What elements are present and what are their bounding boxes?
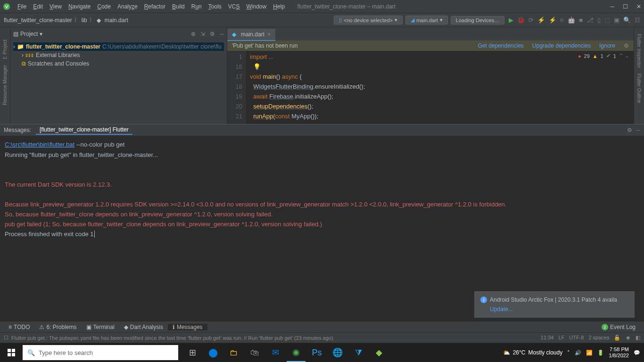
menu-refactor[interactable]: Refactor	[141, 3, 169, 10]
device-selector[interactable]: ▯<no device selected>▾	[334, 16, 403, 25]
indent[interactable]: 2 spaces	[588, 335, 609, 341]
start-button[interactable]	[0, 349, 23, 356]
update-link[interactable]: Update...	[490, 306, 513, 313]
right-tool-strip: Flutter Inspector Flutter Outline	[634, 27, 644, 124]
tab-messages[interactable]: ℹ Messages	[168, 324, 207, 330]
android-studio-taskbar-icon[interactable]: ◉	[287, 343, 305, 362]
hide-icon[interactable]: ─	[636, 127, 640, 133]
task-view-icon[interactable]: ⊞	[183, 343, 202, 362]
hot-reload-icon[interactable]: ⚡	[549, 16, 556, 24]
tab-todo[interactable]: ≡ TODO	[4, 324, 34, 330]
tab-terminal[interactable]: ▣ Terminal	[82, 324, 119, 330]
explorer-icon[interactable]: 🗀	[224, 343, 243, 362]
widget-icon[interactable]: ◧	[636, 335, 640, 341]
sdk-icon[interactable]: ⬚	[604, 16, 610, 24]
android-icon[interactable]: 🤖	[568, 16, 575, 24]
menu-edit[interactable]: Edit	[30, 3, 46, 10]
tab-event-log[interactable]: 2 Event Log	[597, 324, 640, 330]
search-icon[interactable]: 🔍	[623, 16, 631, 24]
loading-devices[interactable]: Loading Devices…	[451, 16, 504, 25]
expand-icon[interactable]: ⇲	[200, 31, 205, 37]
coverage-icon[interactable]: ⟳	[528, 16, 534, 24]
app-icon[interactable]: ◆	[370, 343, 388, 362]
profile-icon[interactable]: ⚡	[537, 16, 545, 24]
gear-icon[interactable]: ⚙	[627, 127, 632, 133]
tray-chevron-icon[interactable]: ˄	[567, 350, 570, 356]
status-icon[interactable]: ☐	[4, 335, 8, 341]
stop-icon[interactable]: ■	[579, 16, 583, 24]
menu-help[interactable]: Help	[270, 3, 288, 10]
avd-icon[interactable]: ▣	[614, 16, 619, 24]
breadcrumb-folder[interactable]: lib	[82, 17, 87, 24]
menu-run[interactable]: Run	[188, 3, 205, 10]
breadcrumb-project[interactable]: flutter_twitter_clone-master	[4, 17, 72, 24]
chrome-icon[interactable]: 🌐	[328, 343, 347, 362]
breadcrumb[interactable]: flutter_twitter_clone-master 〉 lib 〉 ◆ m…	[4, 16, 128, 24]
code-inspection-status[interactable]: ●29 ▲1 ✔1 ⌃ ⌄	[576, 52, 631, 60]
menu-code[interactable]: Code	[94, 3, 114, 10]
windows-taskbar: 🔍 Type here to search ⊞ ⬤ 🗀 🛍 ✉ ◉ Ps 🌐 ⧩…	[0, 343, 644, 362]
edge-icon[interactable]: ⬤	[204, 343, 223, 362]
get-dependencies-link[interactable]: Get dependencies	[478, 42, 523, 49]
external-libraries-node[interactable]: ›⫾⫾⫾ External Libraries	[13, 51, 224, 59]
photoshop-icon[interactable]: Ps	[307, 343, 326, 362]
ignore-link[interactable]: Ignore	[599, 42, 615, 49]
project-view-selector[interactable]: ▤ Project ▾	[13, 31, 42, 37]
menu-navigate[interactable]: Navigate	[65, 3, 94, 10]
gear-icon[interactable]: ⚙	[210, 31, 215, 37]
minimize-button[interactable]: ─	[610, 3, 614, 10]
tool-flutter-outline[interactable]: Flutter Outline	[636, 74, 642, 103]
taskbar-clock[interactable]: 7:58 PM 1/8/2022	[609, 346, 629, 359]
readonly-icon[interactable]: 🔓	[614, 335, 620, 341]
battery-icon[interactable]: 🔋	[597, 350, 604, 356]
volume-icon[interactable]: 🔊	[575, 350, 581, 356]
face-icon[interactable]: ☻	[625, 335, 631, 341]
notifications-icon[interactable]: ☷	[635, 16, 640, 24]
mail-icon[interactable]: ✉	[266, 343, 285, 362]
vscode-icon[interactable]: ⧩	[349, 343, 368, 362]
git-icon[interactable]: ⎇	[586, 16, 594, 24]
statusbar: ☐ Flutter pub get.: The pubspec.yaml fil…	[0, 332, 644, 343]
menu-file[interactable]: File	[14, 3, 30, 10]
line-ending[interactable]: LF	[558, 335, 564, 341]
tool-project[interactable]: 1: Project	[2, 40, 8, 59]
cursor-position[interactable]: 11:34	[541, 335, 554, 341]
gear-icon[interactable]: ⚙	[624, 42, 629, 49]
tab-dart-analysis[interactable]: ◆ Dart Analysis	[119, 324, 168, 330]
banner-text: 'Pub get' has not been run	[232, 42, 297, 49]
menu-vcs[interactable]: VCS	[225, 3, 243, 10]
attach-icon[interactable]: ⎋	[560, 16, 564, 24]
taskbar-search[interactable]: 🔍 Type here to search	[23, 345, 178, 360]
upgrade-dependencies-link[interactable]: Upgrade dependencies	[532, 42, 591, 49]
maximize-button[interactable]: ☐	[623, 3, 628, 10]
menu-analyze[interactable]: Analyze	[114, 3, 141, 10]
hide-icon[interactable]: ─	[220, 31, 224, 37]
code-editor[interactable]: 1 16 17 18 19 20 21 import ... 💡 void ma…	[227, 51, 634, 124]
menu-view[interactable]: View	[46, 3, 65, 10]
project-root-node[interactable]: ›📁 flutter_twitter_clone-master C:\Users…	[13, 42, 224, 51]
menu-tools[interactable]: Tools	[205, 3, 225, 10]
breadcrumb-file[interactable]: main.dart	[105, 17, 128, 24]
editor-tab-main-dart[interactable]: ◆ main.dart ×	[227, 29, 275, 41]
menu-build[interactable]: Build	[169, 3, 188, 10]
menu-window[interactable]: Window	[243, 3, 270, 10]
tab-problems[interactable]: ⚠ 6: Problems	[34, 324, 81, 330]
tool-resource-manager[interactable]: Resource Manager	[2, 65, 8, 105]
close-button[interactable]: ✕	[636, 3, 641, 10]
run-config-selector[interactable]: ◢main.dart▾	[405, 16, 448, 25]
svg-rect-3	[8, 353, 11, 356]
encoding[interactable]: UTF-8	[569, 335, 584, 341]
messages-tab[interactable]: [flutter_twitter_clone-master] Flutter	[36, 125, 132, 135]
debug-icon[interactable]: 🐞	[517, 16, 525, 24]
tool-flutter-inspector[interactable]: Flutter Inspector	[636, 34, 642, 68]
wifi-icon[interactable]: 📶	[586, 350, 593, 356]
scratches-node[interactable]: ⧉ Scratches and Consoles	[13, 59, 224, 68]
run-icon[interactable]: ▶	[509, 16, 513, 24]
notifications-icon[interactable]: 💬	[634, 350, 640, 356]
store-icon[interactable]: 🛍	[245, 343, 264, 362]
close-tab-icon[interactable]: ×	[267, 31, 271, 38]
locate-icon[interactable]: ⊕	[191, 31, 196, 37]
weather-widget[interactable]: ⛅26°CMostly cloudy	[503, 349, 563, 356]
emulator-icon[interactable]: ▯	[597, 16, 601, 24]
code-content[interactable]: import ... 💡 void main() async { Widgets…	[246, 51, 369, 124]
